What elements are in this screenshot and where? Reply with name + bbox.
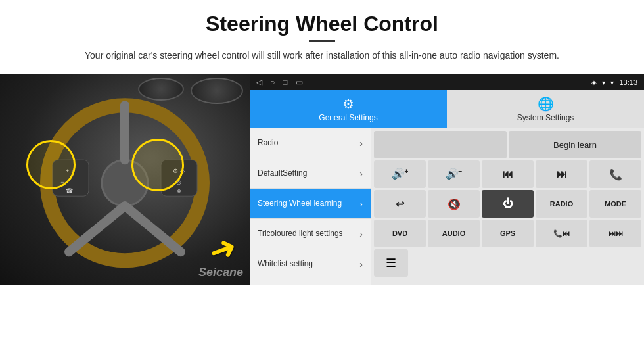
title-divider [309, 40, 335, 42]
left-button-highlight [26, 140, 76, 189]
radio-button[interactable]: RADIO [536, 190, 587, 218]
menu-item-whitelist-label: Whitelist setting [258, 259, 313, 268]
globe-icon: 🌐 [538, 96, 554, 112]
button-row-top: Begin learn [374, 131, 641, 158]
page-title: Steering Wheel Control [13, 12, 631, 36]
page-wrapper: Steering Wheel Control Your original car… [0, 0, 644, 359]
svg-text:☎: ☎ [66, 187, 73, 194]
next-track-icon: ⏭ [557, 168, 567, 180]
home-icon[interactable]: ○ [270, 78, 275, 87]
header-section: Steering Wheel Control Your original car… [0, 0, 644, 68]
next-track-button[interactable]: ⏭ [536, 160, 587, 188]
phone-button[interactable]: 📞 [589, 160, 641, 188]
volume-down-button[interactable]: 🔊− [428, 160, 480, 188]
button-grid: Begin learn 🔊+ 🔊− ⏮ [371, 128, 644, 285]
fast-forward-icon: ⏭⏭ [609, 229, 623, 237]
button-row-5: ☰ [374, 249, 641, 277]
chevron-icon: › [359, 199, 363, 209]
menu-icon[interactable]: ▭ [296, 78, 303, 87]
menu-item-tricolour[interactable]: Tricoloured light settings › [250, 219, 371, 249]
svg-text:◈: ◈ [177, 187, 181, 194]
gps-label: GPS [500, 229, 515, 237]
svg-line-3 [69, 206, 125, 252]
return-icon: ↩ [396, 198, 404, 210]
dvd-label: DVD [392, 229, 407, 237]
return-button[interactable]: ↩ [374, 190, 426, 218]
phone-prev-button[interactable]: 📞⏮ [536, 220, 587, 247]
menu-item-whitelist[interactable]: Whitelist setting › [250, 249, 371, 279]
right-button-highlight [131, 139, 184, 191]
phone-icon: 📞 [609, 168, 622, 181]
button-row-4: DVD AUDIO GPS 📞⏮ ⏭⏭ [374, 220, 641, 247]
chevron-icon: › [359, 259, 363, 270]
empty-space [374, 131, 507, 158]
photo-background: + ♫ − ☎ ⚙ ◇ ◎ ◈ ➜ Seicane [0, 74, 250, 285]
tab-system[interactable]: 🌐 System Settings [447, 90, 644, 128]
settings-tabs: ⚙ General Settings 🌐 System Settings [250, 90, 644, 128]
gps-button[interactable]: GPS [482, 220, 534, 247]
audio-label: AUDIO [442, 229, 465, 237]
recents-icon[interactable]: □ [283, 78, 287, 87]
mute-icon: 🔇 [448, 198, 461, 210]
menu-item-steering-label: Steering Wheel learning [258, 199, 342, 208]
menu-list: Radio › DefaultSetting › Steering Wheel … [250, 128, 371, 285]
phone-prev-icon: 📞⏮ [553, 229, 570, 238]
mute-button[interactable]: 🔇 [428, 190, 480, 218]
volume-down-icon: 🔊− [446, 168, 463, 180]
menu-item-tricolour-label: Tricoloured light settings [258, 229, 343, 238]
gear-icon: ⚙ [342, 96, 354, 112]
menu-buttons-row: Radio › DefaultSetting › Steering Wheel … [250, 128, 644, 285]
power-icon: ⏻ [503, 198, 513, 210]
svg-line-4 [125, 206, 181, 252]
android-panel: ◁ ○ □ ▭ ◈ ▾ ▾ 13:13 ⚙ General Settings [250, 74, 644, 285]
menu-item-radio[interactable]: Radio › [250, 128, 371, 158]
tab-system-label: System Settings [517, 113, 574, 122]
menu-item-steering[interactable]: Steering Wheel learning › [250, 189, 371, 219]
chevron-icon: › [359, 138, 363, 149]
tab-general[interactable]: ⚙ General Settings [250, 90, 447, 128]
chevron-icon: › [359, 168, 363, 179]
button-row-2: 🔊+ 🔊− ⏮ ⏭ 📞 [374, 160, 641, 188]
chevron-icon: › [359, 229, 363, 239]
prev-track-button[interactable]: ⏮ [482, 160, 534, 188]
menu-item-default-label: DefaultSetting [258, 168, 307, 178]
tab-general-label: General Settings [319, 113, 377, 122]
clock: 13:13 [619, 78, 637, 86]
signal-icon: ▾ [610, 79, 614, 86]
mode-button[interactable]: MODE [589, 190, 641, 218]
steering-wheel-photo: + ♫ − ☎ ⚙ ◇ ◎ ◈ ➜ Seicane [0, 74, 250, 285]
button-row-3: ↩ 🔇 ⏻ RADIO MODE [374, 190, 641, 218]
audio-button[interactable]: AUDIO [428, 220, 480, 247]
mode-label: MODE [605, 200, 626, 208]
volume-up-icon: 🔊+ [392, 168, 409, 180]
location-icon: ◈ [591, 79, 597, 86]
prev-track-icon: ⏮ [503, 168, 513, 180]
fast-forward-button[interactable]: ⏭⏭ [589, 220, 641, 247]
list-icon: ☰ [386, 256, 396, 270]
volume-up-button[interactable]: 🔊+ [374, 160, 426, 188]
power-button[interactable]: ⏻ [482, 190, 534, 218]
wifi-icon: ▾ [602, 79, 605, 86]
status-bar-info: ◈ ▾ ▾ 13:13 [591, 78, 637, 86]
watermark: Seicane [198, 266, 243, 279]
status-bar: ◁ ○ □ ▭ ◈ ▾ ▾ 13:13 [250, 74, 644, 90]
dvd-button[interactable]: DVD [374, 220, 426, 247]
menu-item-radio-label: Radio [258, 138, 278, 147]
status-bar-nav: ◁ ○ □ ▭ [256, 78, 303, 87]
subtitle-text: Your original car's steering wheel contr… [66, 49, 578, 62]
back-icon[interactable]: ◁ [256, 78, 262, 87]
content-area: + ♫ − ☎ ⚙ ◇ ◎ ◈ ➜ Seicane [0, 74, 644, 359]
begin-learn-button[interactable]: Begin learn [509, 131, 641, 158]
menu-item-default[interactable]: DefaultSetting › [250, 158, 371, 189]
list-button[interactable]: ☰ [374, 249, 408, 277]
radio-label: RADIO [550, 200, 573, 208]
